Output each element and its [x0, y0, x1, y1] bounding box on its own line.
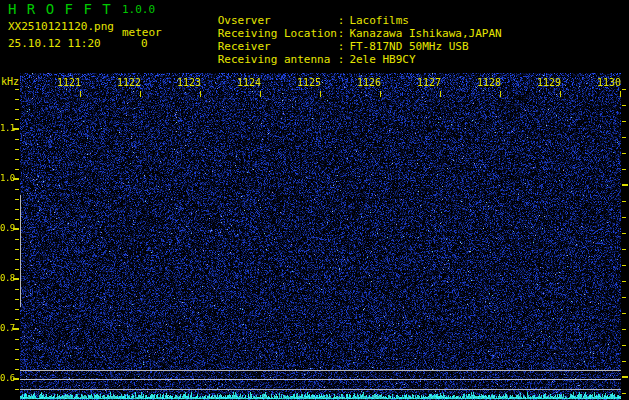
x-tick [260, 91, 261, 97]
x-tick-label: 1121 [57, 78, 81, 88]
y-right-tick-minor [622, 201, 626, 202]
x-tick-label: 1128 [477, 78, 501, 88]
y-tick-minor [15, 159, 19, 160]
y-right-tick-minor [622, 89, 626, 90]
y-tick-minor [15, 299, 19, 300]
y-tick-major [13, 228, 19, 230]
y-tick-minor [15, 119, 19, 120]
x-tick-label: 1124 [237, 78, 261, 88]
x-tick-label: 1130 [597, 78, 621, 88]
y-right-tick-minor [622, 265, 626, 266]
y-axis-unit-label: kHz [1, 77, 19, 87]
y-tick-minor [15, 369, 19, 370]
y-tick-minor [15, 389, 19, 390]
y-right-tick-minor [622, 329, 626, 330]
y-tick-minor [15, 259, 19, 260]
y-tick-minor [15, 99, 19, 100]
x-tick [140, 91, 141, 97]
y-right-tick-minor [622, 345, 626, 346]
y-tick-label: 0.7 [0, 324, 14, 333]
y-tick-major [13, 378, 19, 380]
y-tick-minor [15, 289, 19, 290]
y-tick-minor [15, 269, 19, 270]
x-tick [200, 91, 201, 97]
y-tick-minor [15, 149, 19, 150]
vertical-line-artifact [20, 195, 21, 307]
x-tick-label: 1129 [537, 78, 561, 88]
y-tick-minor [15, 359, 19, 360]
y-right-tick-major [622, 376, 628, 378]
y-tick-minor [15, 209, 19, 210]
x-tick [380, 91, 381, 97]
y-right-tick-minor [622, 153, 626, 154]
y-right-tick-minor [622, 297, 626, 298]
x-tick-label: 1125 [297, 78, 321, 88]
x-tick [500, 91, 501, 97]
y-tick-major [13, 178, 19, 180]
y-tick-minor [15, 139, 19, 140]
x-tick-label: 1126 [357, 78, 381, 88]
x-tick [620, 91, 621, 97]
y-right-tick-minor [622, 249, 626, 250]
y-tick-label: 1.0 [0, 174, 14, 183]
y-right-tick-minor [622, 313, 626, 314]
x-tick [320, 91, 321, 97]
y-tick-minor [15, 339, 19, 340]
y-tick-major [13, 278, 19, 280]
y-tick-minor [15, 309, 19, 310]
y-right-tick-minor [622, 105, 626, 106]
y-tick-minor [15, 249, 19, 250]
y-right-tick-minor [622, 217, 626, 218]
y-tick-minor [15, 189, 19, 190]
x-tick-label: 1122 [117, 78, 141, 88]
y-tick-minor [15, 89, 19, 90]
x-tick [440, 91, 441, 97]
y-tick-minor [15, 239, 19, 240]
y-tick-minor [15, 319, 19, 320]
y-tick-label: 0.8 [0, 274, 14, 283]
y-tick-label: 1.1 [0, 124, 14, 133]
y-right-tick-minor [622, 121, 626, 122]
spectrogram: kHz 112111221123112411251126112711281129… [0, 0, 629, 400]
hrofft-window: H R O F F T 1.0.0 XX2510121120.png meteo… [0, 0, 629, 400]
y-right-tick-minor [622, 169, 626, 170]
y-tick-minor [15, 169, 19, 170]
y-tick-minor [15, 219, 19, 220]
y-right-tick-minor [622, 361, 626, 362]
carrier-line-middle [20, 379, 621, 380]
y-right-tick-minor [622, 137, 626, 138]
y-right-tick-minor [622, 393, 626, 394]
carrier-line-upper [20, 370, 621, 371]
y-right-tick-major [622, 184, 628, 186]
x-tick [80, 91, 81, 97]
y-tick-major [13, 128, 19, 130]
y-right-tick-minor [622, 233, 626, 234]
y-right-tick-minor [622, 281, 626, 282]
y-tick-label: 0.9 [0, 224, 14, 233]
x-tick [560, 91, 561, 97]
y-tick-minor [15, 109, 19, 110]
spectrogram-noise-canvas [20, 72, 621, 400]
y-tick-minor [15, 349, 19, 350]
y-tick-label: 0.6 [0, 374, 14, 383]
y-tick-major [13, 328, 19, 330]
y-tick-minor [15, 199, 19, 200]
carrier-line-lower [20, 389, 621, 390]
x-tick-label: 1127 [417, 78, 441, 88]
x-tick-label: 1123 [177, 78, 201, 88]
